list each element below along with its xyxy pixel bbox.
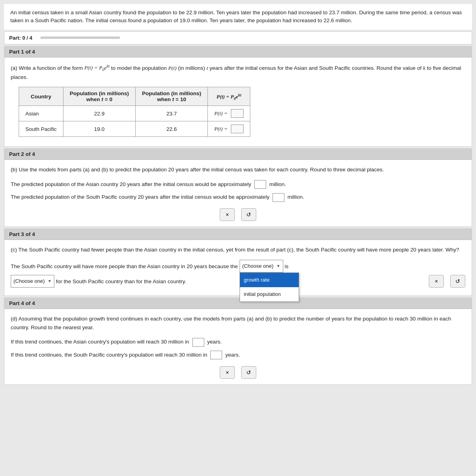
k-var: k <box>423 65 425 71</box>
part2-section: Part 2 of 4 (b) Use the models from part… <box>4 148 472 227</box>
part3-menu-item-initialpop[interactable]: initial population <box>240 287 299 301</box>
part4-line2: If this trend continues, the South Pacif… <box>11 350 465 360</box>
part2-line2-prefix: The predicted population of the South Pa… <box>11 194 269 200</box>
part4-undo-button[interactable]: ↺ <box>241 366 256 379</box>
part4-section: Part 4 of 4 (d) Assuming that the popula… <box>4 298 472 385</box>
part3-question: (c) The South Pacific country had fewer … <box>11 246 465 254</box>
pt-display: P(t) <box>168 65 177 71</box>
part1-section: Part 1 of 4 (a) Write a function of the … <box>4 46 472 147</box>
cell-pop10-asian: 23.7 <box>136 106 208 121</box>
part2-line1-prefix: The predicted population of the Asian co… <box>11 181 251 187</box>
part3-dropdown1-container: (Choose one) ▼ growth rate initial popul… <box>240 260 283 273</box>
part2-line2-suffix: million. <box>288 194 304 200</box>
part1-body: (a) Write a function of the form P(t) = … <box>4 58 472 147</box>
table-row-southpacific: South Pacific 19.0 22.6 P(t) = <box>19 121 250 137</box>
part2-undo-button[interactable]: ↺ <box>241 208 256 221</box>
sp-years-input[interactable] <box>210 351 222 359</box>
col-pop-t10: Population (in millions)when t = 10 <box>136 87 208 106</box>
asian-population-input[interactable] <box>254 180 266 189</box>
part4-line1-prefix: If this trend continues, the Asian count… <box>11 339 189 345</box>
part3-clear-button[interactable]: × <box>429 275 444 288</box>
part4-header-label: Part 4 of 4 <box>9 300 35 306</box>
cell-formula-sp: P(t) = <box>208 121 250 137</box>
col-country: Country <box>19 87 63 106</box>
part4-clear-button[interactable]: × <box>220 366 235 379</box>
formula-label-sp: P(t) = <box>214 126 228 132</box>
cell-pop0-sp: 19.0 <box>63 121 135 137</box>
part2-line2: The predicted population of the South Pa… <box>11 192 465 202</box>
part1-header-label: Part 1 of 4 <box>9 49 35 55</box>
part3-sentence1-post: for the South Pacific country than for t… <box>56 276 186 287</box>
progress-label: Part: 0 / 4 <box>9 35 33 41</box>
cell-country-asian: Asian <box>19 106 63 121</box>
part4-question: (d) Assuming that the population growth … <box>11 315 465 332</box>
part2-question: (b) Use the models from parts (a) and (b… <box>11 165 465 174</box>
part4-line2-suffix: years. <box>225 352 240 358</box>
sp-formula-input[interactable] <box>231 125 244 133</box>
part3-sentence2: (Choose one) ▼ for the South Pacific cou… <box>11 275 465 288</box>
asian-years-input[interactable] <box>192 338 204 347</box>
part3-header-label: Part 3 of 4 <box>9 231 35 237</box>
cell-formula-asian: P(t) = <box>208 106 250 121</box>
part3-dropdown1-label: (Choose one) <box>242 261 274 271</box>
table-row-asian: Asian 22.9 23.7 P(t) = <box>19 106 250 121</box>
part2-header-label: Part 2 of 4 <box>9 151 35 157</box>
part2-clear-button[interactable]: × <box>220 208 235 221</box>
part3-sentence1-pre: The South Pacific country will have more… <box>11 261 238 272</box>
part4-line1: If this trend continues, the Asian count… <box>11 337 465 347</box>
formula-label-asian: P(t) = <box>214 110 228 116</box>
part3-buttons: × ↺ <box>429 275 465 288</box>
intro-text: An initial census taken in a small Asian… <box>4 4 472 30</box>
part1-question: (a) Write a function of the form P(t) = … <box>11 63 465 82</box>
part4-line1-suffix: years. <box>207 339 222 345</box>
part4-body: (d) Assuming that the population growth … <box>4 309 472 384</box>
part3-dropdown2-label: (Choose one) <box>13 276 45 286</box>
part3-sentence1: The South Pacific country will have more… <box>11 260 465 273</box>
sp-population-input[interactable] <box>273 193 284 202</box>
part3-section: Part 3 of 4 (c) The South Pacific countr… <box>4 228 472 296</box>
cell-pop0-asian: 22.9 <box>63 106 135 121</box>
progress-bar <box>40 36 120 39</box>
part3-dropdown2-button[interactable]: (Choose one) ▼ <box>11 275 54 288</box>
part3-dropdown2-container: (Choose one) ▼ <box>11 275 54 288</box>
part3-dropdown1-button[interactable]: (Choose one) ▼ <box>240 260 283 273</box>
formula-display: P(t) = P0ekt <box>84 65 109 71</box>
t-var: t <box>207 65 208 71</box>
cell-country-sp: South Pacific <box>19 121 63 137</box>
part3-header: Part 3 of 4 <box>4 229 472 240</box>
part4-line2-prefix: If this trend continues, the South Pacif… <box>11 352 207 358</box>
part1-header: Part 1 of 4 <box>4 46 472 58</box>
part4-header: Part 4 of 4 <box>4 298 472 309</box>
part2-body: (b) Use the models from parts (a) and (b… <box>4 160 472 226</box>
part2-line1: The predicted population of the Asian co… <box>11 180 465 189</box>
part3-sentence1-mid: is <box>285 261 289 272</box>
part2-buttons: × ↺ <box>11 208 465 221</box>
col-formula: P(t) = P0ekt <box>208 87 250 106</box>
part2-line1-suffix: million. <box>269 181 286 187</box>
part3-dropdown1-menu: growth rate initial population <box>240 273 299 302</box>
population-table: Country Population (in millions)when t =… <box>19 87 250 137</box>
asian-formula-input[interactable] <box>231 109 244 118</box>
col-pop-t0: Population (in millions)when t = 0 <box>63 87 135 106</box>
progress-section: Part: 0 / 4 <box>4 31 472 44</box>
cell-pop10-sp: 22.6 <box>136 121 208 137</box>
part3-body: (c) The South Pacific country had fewer … <box>4 240 472 296</box>
part3-dropdown1-arrow: ▼ <box>276 262 280 270</box>
intro-paragraph: An initial census taken in a small Asian… <box>10 10 462 23</box>
part3-menu-item-growthrate[interactable]: growth rate <box>240 273 299 287</box>
part2-header: Part 2 of 4 <box>4 149 472 160</box>
part3-dropdown2-arrow: ▼ <box>48 277 52 285</box>
part4-buttons: × ↺ <box>11 366 465 379</box>
part3-undo-button[interactable]: ↺ <box>450 275 465 288</box>
